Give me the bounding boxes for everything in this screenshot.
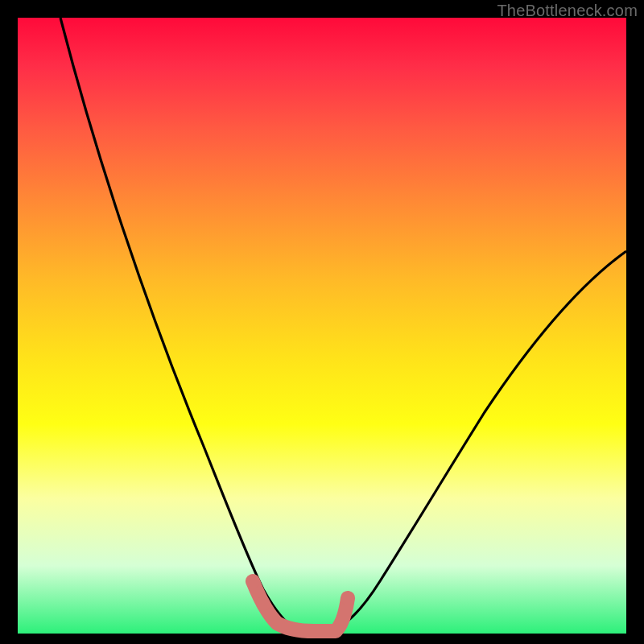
bottleneck-curve-path <box>60 18 626 629</box>
chart-svg <box>18 18 626 634</box>
chart-plot-area <box>18 18 626 634</box>
watermark-text: TheBottleneck.com <box>497 2 638 20</box>
optimal-range-marker-group <box>253 581 348 631</box>
